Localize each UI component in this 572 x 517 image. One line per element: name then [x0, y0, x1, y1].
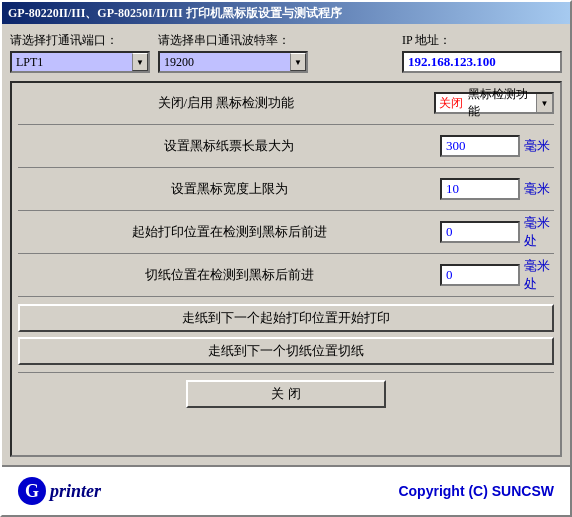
baud-input[interactable]	[160, 53, 290, 71]
feed-print-button[interactable]: 走纸到下一个起始打印位置开始打印	[18, 304, 554, 332]
detection-close-text: 关闭	[436, 95, 466, 112]
divider-4	[18, 253, 554, 254]
row1-label: 设置黑标纸票长最大为	[18, 137, 440, 155]
feed-cut-button[interactable]: 走纸到下一个切纸位置切纸	[18, 337, 554, 365]
ip-label: IP 地址：	[402, 32, 562, 49]
footer: G printer Copyright (C) SUNCSW	[2, 465, 570, 515]
row2-unit: 毫米	[524, 180, 554, 198]
row4-input-group: 毫米处	[440, 257, 554, 293]
row4-input[interactable]	[440, 264, 520, 286]
divider-2	[18, 167, 554, 168]
detection-row: 关闭/启用 黑标检测功能 关闭 黑标检测功能 ▼	[18, 89, 554, 117]
divider-6	[18, 372, 554, 373]
logo-g-icon: G	[18, 477, 46, 505]
row4-unit: 毫米处	[524, 257, 554, 293]
row3-input-group: 毫米处	[440, 214, 554, 250]
row3-input[interactable]	[440, 221, 520, 243]
baud-label: 请选择串口通讯波特率：	[158, 32, 308, 49]
close-button[interactable]: 关 闭	[186, 380, 386, 408]
port-label: 请选择打通讯端口：	[10, 32, 150, 49]
baud-combo[interactable]: ▼	[158, 51, 308, 73]
title-bar: GP-80220II/III、GP-80250I/II/III 打印机黑标版设置…	[2, 2, 570, 24]
detection-dropdown-btn[interactable]: ▼	[536, 94, 552, 112]
row1-unit: 毫米	[524, 137, 554, 155]
row2-input-group: 毫米	[440, 178, 554, 200]
copyright-text: Copyright (C) SUNCSW	[398, 483, 554, 499]
row2-input[interactable]	[440, 178, 520, 200]
form-row-3: 起始打印位置在检测到黑标后前进 毫米处	[18, 218, 554, 246]
port-combo[interactable]: ▼	[10, 51, 150, 73]
close-btn-row: 关 闭	[18, 380, 554, 408]
detection-combo-text: 黑标检测功能	[466, 86, 536, 120]
form-row-1: 设置黑标纸票长最大为 毫米	[18, 132, 554, 160]
detection-label: 关闭/启用 黑标检测功能	[18, 94, 434, 112]
port-input[interactable]	[12, 53, 132, 71]
main-panel: 关闭/启用 黑标检测功能 关闭 黑标检测功能 ▼ 设置黑标纸票长最大为 毫米	[10, 81, 562, 457]
form-row-2: 设置黑标宽度上限为 毫米	[18, 175, 554, 203]
baud-dropdown-btn[interactable]: ▼	[290, 53, 306, 71]
ip-group: IP 地址：	[402, 32, 562, 73]
logo: G printer	[18, 477, 101, 505]
divider-5	[18, 296, 554, 297]
detection-combo[interactable]: 关闭 黑标检测功能 ▼	[434, 92, 554, 114]
port-dropdown-btn[interactable]: ▼	[132, 53, 148, 71]
row3-unit: 毫米处	[524, 214, 554, 250]
row3-label: 起始打印位置在检测到黑标后前进	[18, 223, 440, 241]
divider-1	[18, 124, 554, 125]
row1-input-group: 毫米	[440, 135, 554, 157]
form-row-4: 切纸位置在检测到黑标后前进 毫米处	[18, 261, 554, 289]
row1-input[interactable]	[440, 135, 520, 157]
port-group: 请选择打通讯端口： ▼	[10, 32, 150, 73]
row2-label: 设置黑标宽度上限为	[18, 180, 440, 198]
ip-input[interactable]	[402, 51, 562, 73]
title-text: GP-80220II/III、GP-80250I/II/III 打印机黑标版设置…	[8, 5, 342, 22]
baud-group: 请选择串口通讯波特率： ▼	[158, 32, 308, 73]
logo-printer-text: printer	[50, 481, 101, 502]
main-window: GP-80220II/III、GP-80250I/II/III 打印机黑标版设置…	[0, 0, 572, 517]
divider-3	[18, 210, 554, 211]
row4-label: 切纸位置在检测到黑标后前进	[18, 266, 440, 284]
